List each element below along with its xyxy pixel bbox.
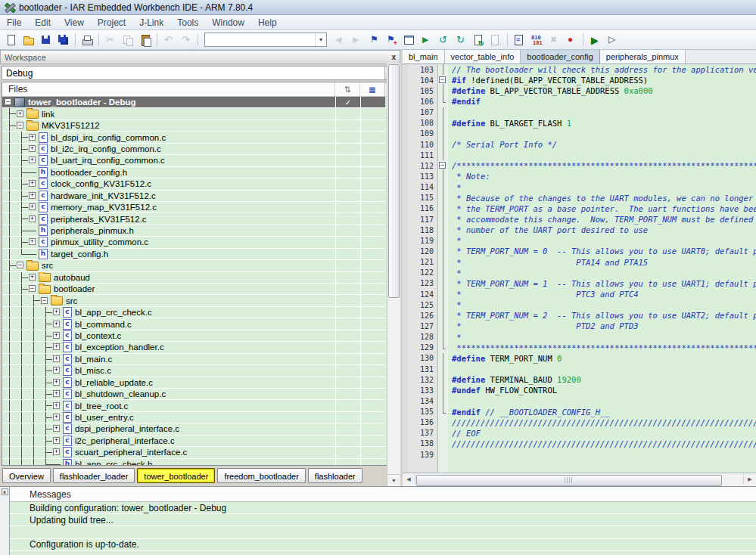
expand-icon[interactable]: + bbox=[52, 342, 62, 352]
print-button[interactable] bbox=[79, 33, 95, 48]
save-all-button[interactable] bbox=[55, 33, 72, 48]
editor-tab-bl-main[interactable]: bl_main bbox=[403, 50, 445, 64]
close-build-log-icon[interactable]: x bbox=[2, 488, 8, 495]
tree-item[interactable]: +cbl_reliable_update.c bbox=[2, 377, 385, 389]
fold-collapse-icon[interactable]: − bbox=[439, 162, 446, 169]
expand-icon[interactable]: + bbox=[52, 447, 62, 457]
menu-edit[interactable]: Edit bbox=[28, 16, 58, 29]
new-document-button[interactable] bbox=[3, 33, 20, 48]
tree-item[interactable]: +cbl_misc.c bbox=[2, 365, 385, 377]
download-and-debug-button[interactable] bbox=[586, 33, 603, 48]
tree-item[interactable]: −MKV31F51212 bbox=[2, 120, 385, 132]
scroll-left-icon[interactable]: ◀ bbox=[403, 474, 415, 485]
tree-item[interactable]: +cbl_user_entry.c bbox=[2, 412, 385, 423]
tree-item[interactable]: −src bbox=[2, 260, 385, 271]
expand-icon[interactable]: + bbox=[52, 365, 62, 376]
menu-tools[interactable]: Tools bbox=[170, 16, 205, 29]
tree-item[interactable]: +cclock_config_KV31F512.c bbox=[2, 178, 385, 190]
menu-window[interactable]: Window bbox=[205, 16, 251, 29]
make-button[interactable] bbox=[511, 33, 527, 48]
find-in-files-button[interactable] bbox=[400, 33, 417, 48]
tree-item[interactable]: +cscuart_peripheral_interface.c bbox=[2, 447, 385, 458]
go-button[interactable] bbox=[418, 33, 434, 48]
expand-icon[interactable]: + bbox=[16, 108, 26, 119]
expand-icon[interactable]: + bbox=[52, 354, 62, 364]
expand-icon[interactable]: + bbox=[52, 400, 62, 411]
reload-file-button[interactable] bbox=[470, 33, 487, 48]
workspace-tab-tower-bootloader[interactable]: tower_bootloader bbox=[137, 468, 215, 483]
tree-item[interactable]: −src bbox=[2, 295, 385, 306]
toggle-bookmark-button[interactable] bbox=[366, 33, 382, 48]
tree-item[interactable]: +cbl_i2c_irq_config_common.c bbox=[2, 144, 385, 155]
tree-item[interactable]: +cbl_shutdown_cleanup.c bbox=[2, 389, 385, 400]
tree-item[interactable]: +cbl_context.c bbox=[2, 330, 385, 342]
editor-tab-vector-table-info[interactable]: vector_table_info bbox=[445, 50, 521, 64]
save-button[interactable] bbox=[38, 33, 54, 48]
expand-icon[interactable]: + bbox=[28, 144, 38, 154]
tree-item[interactable]: +cperipherals_KV31F512.c bbox=[2, 213, 385, 225]
tree-item[interactable]: +cbl_app_crc_check.c bbox=[2, 307, 385, 318]
collapse-icon[interactable]: − bbox=[16, 120, 26, 131]
menu-project[interactable]: Project bbox=[91, 16, 132, 29]
sort-order-icon[interactable]: ⇅ bbox=[334, 82, 359, 96]
expand-icon[interactable]: + bbox=[52, 318, 62, 329]
tree-item[interactable]: +cbl_main.c bbox=[2, 354, 385, 365]
tree-item[interactable]: hperipherals_pinmux.h bbox=[2, 225, 385, 237]
expand-icon[interactable]: + bbox=[52, 412, 62, 423]
expand-icon[interactable]: + bbox=[28, 272, 38, 283]
collapse-icon[interactable]: − bbox=[4, 97, 14, 107]
tree-item[interactable]: +cbl_exception_handler.c bbox=[2, 342, 385, 353]
collapse-icon[interactable]: − bbox=[16, 260, 26, 271]
scrollbar-thumb[interactable] bbox=[416, 475, 722, 486]
expand-icon[interactable]: + bbox=[52, 423, 62, 434]
expand-icon[interactable]: + bbox=[52, 307, 62, 318]
compile-button[interactable] bbox=[528, 33, 545, 48]
expand-icon[interactable]: + bbox=[28, 155, 38, 166]
scroll-right-icon[interactable]: ▶ bbox=[743, 474, 756, 485]
collapse-icon[interactable]: − bbox=[40, 295, 50, 305]
workspace-tab-freedom-bootloader[interactable]: freedom_bootloader bbox=[217, 468, 305, 483]
navigate-forward-button[interactable] bbox=[453, 33, 469, 48]
fold-collapse-icon[interactable]: − bbox=[439, 76, 446, 83]
file-options-icon[interactable]: ▦ bbox=[359, 82, 384, 96]
tree-item[interactable]: +link bbox=[2, 108, 385, 119]
tree-item[interactable]: hbootloader_config.h bbox=[2, 167, 385, 178]
build-messages-list[interactable]: Building configuration: tower_bootloader… bbox=[10, 502, 756, 555]
editor-tab-bootloader-config[interactable]: bootloader_config bbox=[521, 50, 599, 64]
tree-item[interactable]: +cmemory_map_KV31F512.c bbox=[2, 202, 385, 213]
next-bookmark-button[interactable] bbox=[383, 33, 400, 48]
expand-icon[interactable]: + bbox=[28, 132, 38, 142]
quick-search-combobox[interactable]: ▾ bbox=[204, 33, 327, 47]
title-bar[interactable]: bootloader - IAR Embedded Workbench IDE … bbox=[0, 0, 756, 15]
expand-icon[interactable]: + bbox=[28, 191, 38, 201]
tree-item[interactable]: htarget_config.h bbox=[2, 249, 385, 260]
project-file-tree[interactable]: −tower_bootloader - Debug✓+link−MKV31F51… bbox=[2, 97, 398, 465]
workspace-panel-header[interactable]: Workspace x bbox=[0, 50, 400, 64]
dropdown-arrow-icon[interactable]: ▾ bbox=[315, 33, 326, 46]
tree-item[interactable]: +ci2c_peripheral_interface.c bbox=[2, 436, 385, 447]
tree-item[interactable]: +chardware_init_KV31F512.c bbox=[2, 191, 385, 202]
tree-item[interactable]: −bootloader bbox=[2, 284, 385, 295]
workspace-tab-flashloader-loader[interactable]: flashloader_loader bbox=[53, 468, 135, 483]
tree-item[interactable]: +autobaud bbox=[2, 272, 385, 284]
workspace-tab-flashloader[interactable]: flashloader bbox=[308, 468, 362, 483]
tree-item[interactable]: +cbl_tree_root.c bbox=[2, 400, 385, 411]
workspace-tab-overview[interactable]: Overview bbox=[2, 468, 51, 483]
menu-file[interactable]: File bbox=[0, 16, 28, 29]
expand-icon[interactable]: + bbox=[28, 202, 38, 212]
tree-item[interactable]: +cdspi_peripheral_interface.c bbox=[2, 423, 385, 435]
menu-view[interactable]: View bbox=[58, 16, 91, 29]
code-editor[interactable]: 103// The bootloader will check this add… bbox=[403, 64, 756, 473]
editor-horizontal-scrollbar[interactable]: ◀ ▶ bbox=[403, 473, 756, 486]
tree-item[interactable]: hbl_app_crc_check.h bbox=[2, 459, 385, 465]
tree-item[interactable]: −tower_bootloader - Debug✓ bbox=[2, 97, 385, 108]
debug-without-downloading-button[interactable] bbox=[604, 33, 621, 48]
expand-icon[interactable]: + bbox=[52, 389, 62, 399]
navigate-backward-button[interactable] bbox=[435, 33, 452, 48]
paste-button[interactable] bbox=[137, 33, 154, 48]
expand-icon[interactable]: + bbox=[52, 436, 62, 446]
collapse-icon[interactable]: − bbox=[28, 284, 38, 294]
tree-item[interactable]: +cbl_uart_irq_config_common.c bbox=[2, 155, 385, 166]
toggle-breakpoint-button[interactable] bbox=[563, 33, 580, 48]
expand-icon[interactable]: + bbox=[52, 377, 62, 388]
